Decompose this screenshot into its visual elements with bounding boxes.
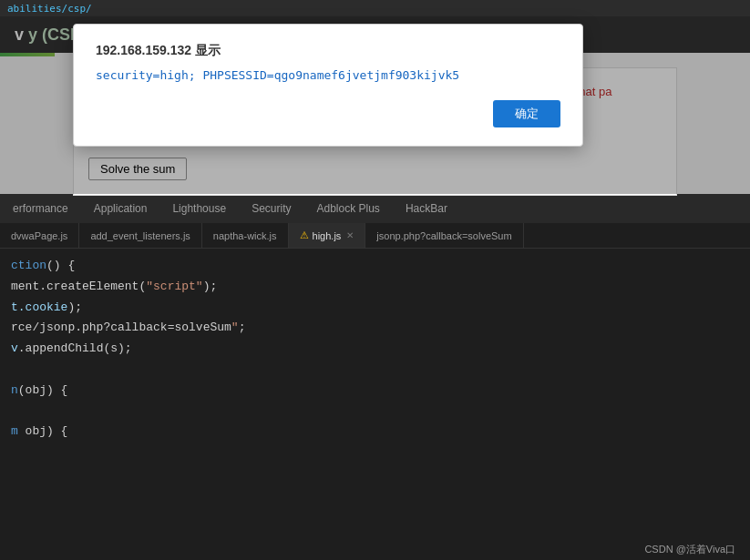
tab-lighthouse[interactable]: Lighthouse (159, 194, 239, 223)
file-tab-dvwapage[interactable]: dvwaPage.js (0, 223, 79, 248)
dialog-content: security=high; PHPSESSID=qgo9namef6jvetj… (96, 68, 560, 82)
file-tab-add-event-listeners[interactable]: add_event_listeners.js (79, 223, 201, 248)
browser-content: 192.168.159.132 显示 security=high; PHPSES… (0, 16, 750, 194)
url-text: abilities/csp/ (7, 3, 92, 15)
watermark-text: CSDN @活着Viva口 (644, 543, 735, 556)
devtools-tabs-bar: erformance Application Lighthouse Securi… (0, 194, 750, 223)
code-line-5: v.appendChild(s); (0, 339, 750, 360)
dialog-title: 192.168.159.132 显示 (96, 43, 560, 59)
code-line-9: m obj) { (0, 422, 750, 443)
code-line-4: rce/jsonp.php?callback=solveSum"; (0, 318, 750, 339)
tab-adblock[interactable]: Adblock Plus (304, 194, 393, 223)
code-editor: ction() { ment.createElement("script"); … (0, 249, 750, 450)
file-tab-jsonp-callback[interactable]: jsonp.php?callback=solveSum (365, 223, 523, 248)
file-tab-naptha-wick[interactable]: naptha-wick.js (202, 223, 289, 248)
url-bar: abilities/csp/ (0, 0, 750, 16)
warning-icon: ⚠ (300, 229, 309, 241)
dialog-footer: 确定 (96, 100, 560, 127)
file-tabs-bar: dvwaPage.js add_event_listeners.js napth… (0, 223, 750, 249)
code-line-3: t.cookie); (0, 298, 750, 319)
tab-security[interactable]: Security (239, 194, 303, 223)
dialog-ok-button[interactable]: 确定 (493, 100, 560, 127)
code-line-8 (0, 402, 750, 423)
tab-application[interactable]: Application (81, 194, 160, 223)
file-tab-high-js[interactable]: ⚠ high.js ✕ (289, 223, 366, 248)
close-tab-icon[interactable]: ✕ (346, 230, 354, 240)
alert-dialog: 192.168.159.132 显示 security=high; PHPSES… (73, 24, 583, 147)
tab-performance[interactable]: erformance (0, 194, 81, 223)
code-line-7: n(obj) { (0, 381, 750, 402)
bottom-bar: CSDN @活着Viva口 (0, 538, 750, 560)
code-line-2: ment.createElement("script"); (0, 277, 750, 298)
code-line-6 (0, 360, 750, 381)
code-line-1: ction() { (0, 256, 750, 277)
devtools-panel: erformance Application Lighthouse Securi… (0, 194, 750, 450)
tab-hackbar[interactable]: HackBar (393, 194, 460, 223)
